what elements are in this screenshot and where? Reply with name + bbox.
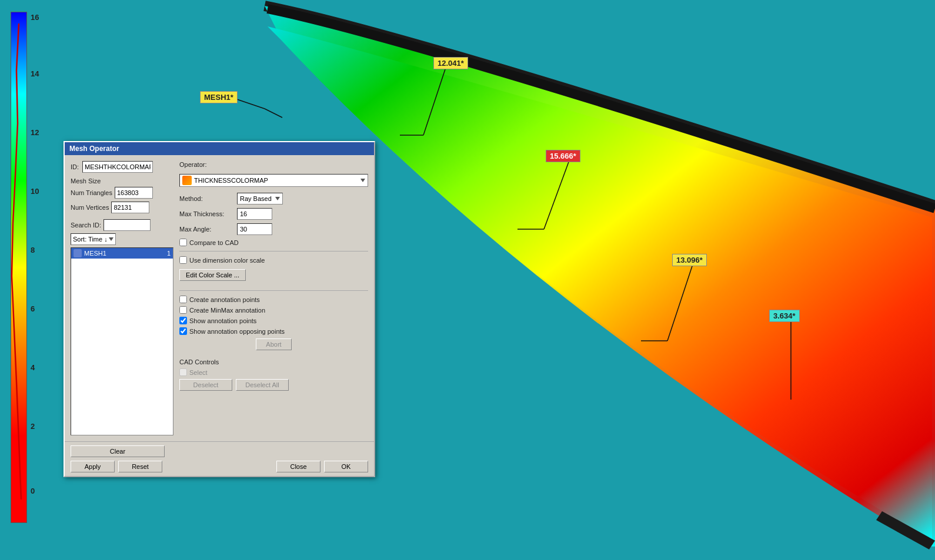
annotation-13096: 13.096* [672,254,707,266]
right-panel: Operator: THICKNESSCOLORMAP Method: Ray … [179,161,368,435]
compare-to-cad-row: Compare to CAD [179,239,368,246]
cad-controls-title: CAD Controls [179,358,368,365]
create-minmax-checkbox[interactable] [179,306,187,314]
ok-button[interactable]: OK [324,461,368,472]
separator2 [179,290,368,291]
num-vertices-row: Num Vertices [71,202,173,213]
create-minmax-label: Create MinMax annotation [189,307,265,314]
search-row: Search ID: [71,219,173,231]
sort-chevron-icon [109,237,113,241]
use-dimension-label: Use dimension color scale [189,257,265,264]
method-label: Method: [179,195,232,202]
mesh-item-name: MESH1 [84,250,106,257]
max-thickness-input[interactable] [237,208,272,220]
deselect-all-button[interactable]: Deselect All [236,379,289,391]
max-thickness-label: Max Thickness: [179,210,232,217]
operator-chevron-icon [360,179,365,182]
dialog-body: ID: Mesh Size Num Triangles Num Vertices… [65,155,374,441]
operator-row: Operator: [179,161,368,168]
create-annotation-label: Create annotation points [189,296,260,303]
mesh-annotation: MESH1* [200,91,238,103]
method-row: Method: Ray Based [179,193,368,204]
max-angle-label: Max Angle: [179,226,232,233]
show-annotation-opposing-checkbox[interactable] [179,327,187,335]
id-label: ID: [71,163,79,170]
viewport: 16 14 12 10 8 6 4 2 0 [0,0,935,560]
operator-icon [182,176,192,185]
max-angle-row: Max Angle: [179,223,368,235]
compare-to-cad-checkbox[interactable] [179,239,187,246]
operator-label: Operator: [179,161,206,168]
compare-to-cad-label: Compare to CAD [189,239,239,246]
dialog-bottom: Clear Apply Reset Close OK [65,441,374,476]
search-id-label: Search ID: [71,222,101,229]
max-angle-input[interactable] [237,223,272,235]
svg-line-8 [265,109,282,118]
num-triangles-input[interactable] [115,187,153,199]
cad-select-row: Select [179,368,368,376]
create-minmax-row: Create MinMax annotation [179,306,368,314]
deselect-button[interactable]: Deselect [179,379,232,391]
svg-line-7 [235,99,265,109]
id-row: ID: [71,161,173,173]
num-triangles-label: Num Triangles [71,189,112,196]
num-vertices-input[interactable] [111,202,149,213]
dialog-title: Mesh Operator [69,145,119,153]
abort-button[interactable]: Abort [256,338,291,350]
apply-button[interactable]: Apply [71,461,115,472]
search-id-input[interactable] [103,219,151,231]
max-thickness-row: Max Thickness: [179,208,368,220]
cad-select-checkbox [179,368,187,376]
method-chevron-icon [275,197,280,200]
show-annotation-opposing-row: Show annotation opposing points [179,327,368,335]
show-annotation-label: Show annotation points [189,317,256,324]
operator-value: THICKNESSCOLORMAP [194,177,268,184]
clear-button[interactable]: Clear [71,445,165,457]
left-footer: Clear Apply Reset [71,445,165,472]
sort-dropdown[interactable]: Sort: Time ↓ [71,233,116,245]
sort-label: Sort: Time ↓ [73,236,108,243]
reset-button[interactable]: Reset [118,461,162,472]
dialog-titlebar[interactable]: Mesh Operator [65,142,374,155]
annotation-12041: 12.041* [433,57,468,69]
create-annotation-row: Create annotation points [179,296,368,303]
operator-select[interactable]: THICKNESSCOLORMAP [179,174,368,187]
mesh-list[interactable]: MESH1 1 [71,247,173,435]
mesh-size-title: Mesh Size [71,177,173,185]
show-annotation-checkbox[interactable] [179,317,187,324]
use-dimension-row: Use dimension color scale [179,256,368,264]
edit-color-scale-button[interactable]: Edit Color Scale ... [179,269,246,281]
num-vertices-label: Num Vertices [71,204,109,211]
mesh-operator-dialog: Mesh Operator ID: Mesh Size Num Triangle… [64,141,375,477]
annotation-3634: 3.634* [769,310,800,322]
left-panel: ID: Mesh Size Num Triangles Num Vertices… [71,161,173,435]
mesh-item-num: 1 [167,250,171,257]
method-value: Ray Based [240,195,272,202]
method-select[interactable]: Ray Based [237,193,283,204]
right-footer: Close OK [276,445,368,472]
create-annotation-checkbox[interactable] [179,296,187,303]
mesh-item-icon [74,249,82,257]
id-input[interactable] [82,161,153,173]
show-annotation-row: Show annotation points [179,317,368,324]
separator1 [179,251,368,252]
show-annotation-opposing-label: Show annotation opposing points [189,328,285,335]
close-button[interactable]: Close [276,461,320,472]
annotation-15666: 15.666* [546,150,580,162]
num-triangles-row: Num Triangles [71,187,173,199]
cad-select-label: Select [189,369,208,376]
use-dimension-checkbox[interactable] [179,256,187,264]
sort-row: Sort: Time ↓ [71,233,173,245]
mesh-list-item[interactable]: MESH1 1 [71,248,173,259]
